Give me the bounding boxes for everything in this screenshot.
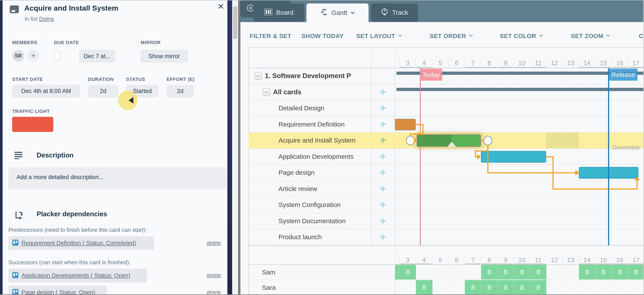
add-card-button[interactable]: ✚ [380,152,386,161]
day-header-cell[interactable]: 3 [400,58,416,68]
add-card-button[interactable]: ✚ [380,217,386,225]
duration-button[interactable]: 2d [88,85,118,97]
row-name-cell[interactable]: −All cards [248,84,371,100]
add-card-button[interactable]: ✚ [380,233,386,241]
allocation-cell[interactable]: 8 [595,265,612,280]
row-plus-cell[interactable]: ✚ [371,165,395,181]
allocation-cell[interactable]: 8 [514,280,530,295]
day-header-cell[interactable]: 13 [562,58,579,68]
row-plus-cell[interactable]: ✚ [371,117,395,132]
due-date-checkbox[interactable] [54,51,60,60]
add-card-button[interactable]: ✚ [380,185,386,193]
dependency-chip[interactable]: Page design ( Status: Open) [8,286,106,295]
add-member-button[interactable]: + [27,50,40,62]
day-header-cell[interactable]: 4 [416,58,432,68]
traffic-light-swatch[interactable] [12,117,53,132]
allocation-cell[interactable]: 8 [498,280,514,295]
delete-link[interactable]: delete [207,289,221,295]
tab-board[interactable]: Board [253,3,304,22]
row-name-cell[interactable]: Product launch [248,229,371,245]
day-header-cell[interactable]: 12 [546,58,562,68]
effort-button[interactable]: 2d [166,85,194,97]
allocation-cell[interactable]: 8 [530,280,546,295]
add-card-button[interactable]: ✚ [380,88,386,96]
row-name-cell[interactable]: System Configuration [248,197,371,213]
row-name-cell[interactable]: Page design [248,165,371,181]
row-name-cell[interactable]: −1. Software Development P [248,68,371,84]
allocation-cell[interactable]: 8 [465,280,481,295]
toolbar-set-order[interactable]: SET ORDER [430,31,484,41]
day-header-cell[interactable]: 5 [432,255,448,265]
row-plus-cell[interactable]: ✚ [371,229,395,245]
allocation-cell[interactable]: 8 [530,265,546,280]
toolbar-set-layout[interactable]: SET LAYOUT [356,31,413,41]
row-plus-cell[interactable]: ✚ [371,84,395,100]
task-bar-selected[interactable] [417,134,481,147]
due-date-button[interactable]: Dec 7 at... [79,50,115,63]
allocation-cell[interactable]: 8 [628,265,644,280]
day-header-cell[interactable]: 13 [562,255,579,265]
allocation-cell[interactable]: 8 [514,265,530,280]
row-name-cell[interactable]: Article review [248,181,371,197]
tab-gantt[interactable]: Gantt [306,3,368,22]
task-bar-requirement[interactable] [395,119,416,130]
dependency-link[interactable]: Application Developments ( Status: Open) [22,272,130,279]
allocation-cell[interactable]: 8 [416,280,432,295]
task-bar[interactable] [481,151,546,163]
avatar[interactable]: SR [12,50,24,62]
resource-row[interactable]: Sam888888888 [248,265,644,280]
allocation-cell[interactable]: 8 [481,280,498,295]
allocation-cell[interactable]: 8 [481,265,498,280]
row-plus-cell[interactable]: ✚ [371,197,395,213]
row-plus-cell[interactable]: ✚ [371,181,395,197]
add-card-button[interactable]: ✚ [380,120,386,129]
row-plus-cell[interactable]: ✚ [371,149,395,165]
day-header-cell[interactable]: 7 [465,58,481,68]
add-card-button[interactable]: ✚ [380,136,386,145]
show-mirror-button[interactable]: Show mirror [140,50,188,63]
day-header-cell[interactable]: 11 [530,58,546,68]
day-header-cell[interactable]: 6 [448,58,465,68]
row-name-cell[interactable]: Application Developments [248,149,371,165]
allocation-cell[interactable]: 8 [611,265,628,280]
dependency-chip[interactable]: Application Developments ( Status: Open) [8,269,147,283]
day-header-cell[interactable]: 8 [481,58,497,68]
page-scrollbar-track[interactable] [232,0,238,295]
close-icon[interactable]: ✕ [218,2,224,11]
row-name-cell[interactable]: Acquire and Install System [248,133,371,148]
row-plus-cell[interactable]: ✚ [371,133,395,148]
allocation-cell[interactable]: 8 [498,265,514,280]
start-date-button[interactable]: Dec 4th at 8:00 AM [12,85,80,97]
pane-divider[interactable] [238,0,240,295]
day-header-cell[interactable]: 6 [448,255,465,265]
day-header-cell[interactable]: 15 [595,58,611,68]
row-name-cell[interactable]: System Documentation [248,213,371,229]
add-card-button[interactable]: ✚ [380,168,386,177]
row-name-cell[interactable]: Detailed Design [248,100,371,116]
tab-track[interactable]: Track [371,3,418,22]
day-header-cell[interactable]: 5 [432,58,448,68]
toolbar-filter-set[interactable]: FILTER & SET [250,31,292,41]
allocation-cell[interactable]: 8 [579,265,595,280]
row-plus-cell[interactable]: ✚ [371,100,395,116]
page-scrollbar-thumb[interactable] [233,6,237,39]
toolbar-set-color[interactable]: SET COLOR [500,31,554,41]
row-plus-cell[interactable]: ✚ [371,213,395,229]
description-input[interactable]: Add a more detailed description... [8,167,227,189]
row-plus-cell[interactable] [371,68,395,84]
resource-row[interactable]: Sara888888 [248,280,644,295]
dependency-link[interactable]: Page design ( Status: Open) [22,289,95,295]
toolbar-show-today[interactable]: SHOW TODAY [302,31,346,41]
list-link[interactable]: Doing [39,15,54,22]
add-card-button[interactable]: ✚ [380,104,386,112]
allocation-cell[interactable] [395,265,400,280]
allocation-cell[interactable]: 8 [400,265,416,280]
dependency-link[interactable]: Requirement Definition ( Status: Complet… [22,240,136,247]
collapse-toggle[interactable]: − [263,88,270,96]
day-header-cell[interactable]: 14 [579,58,595,68]
add-card-button[interactable]: ✚ [380,201,386,209]
day-header-cell[interactable]: 12 [546,255,562,265]
dependency-chip[interactable]: Requirement Definition ( Status: Complet… [8,236,154,250]
day-header-cell[interactable]: 9 [498,58,514,68]
day-header-cell[interactable]: 10 [514,58,530,68]
